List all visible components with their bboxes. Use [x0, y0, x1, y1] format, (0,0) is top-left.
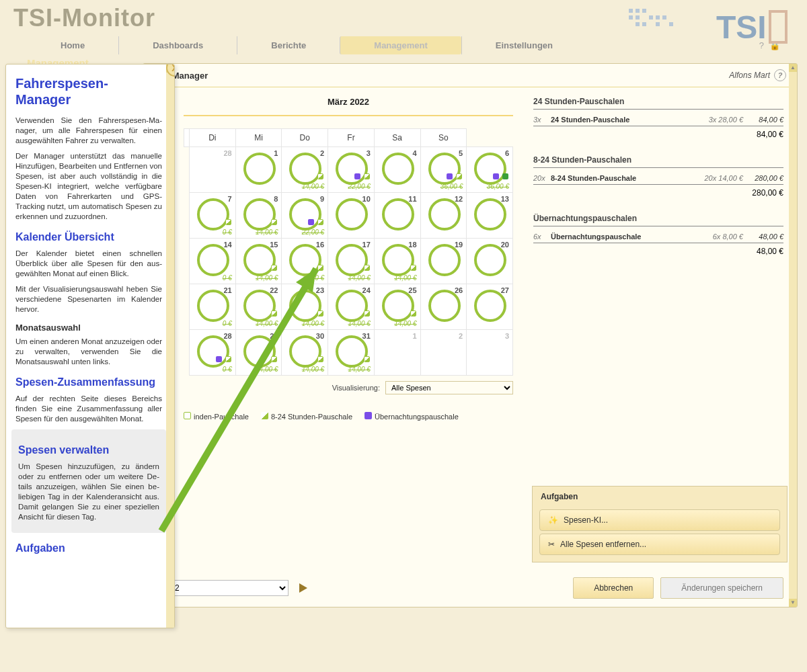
svg-rect-5 [649, 15, 653, 19]
dow-header: Sa [374, 129, 420, 147]
svg-rect-8 [636, 22, 640, 26]
calendar-day[interactable]: 2 [420, 330, 467, 376]
calendar-day[interactable]: 214,00 € [282, 147, 328, 193]
task-ai-button[interactable]: ✨Spesen-KI... [539, 509, 780, 531]
svg-rect-13 [770, 11, 786, 42]
help-heading: Spesen-Zusammenfassung [15, 376, 162, 388]
dow-header: Mi [235, 129, 282, 147]
help-heading: Aufgaben [15, 542, 162, 554]
scroll-down-icon[interactable]: ▼ [789, 599, 797, 607]
dow-header: Di [190, 129, 236, 147]
svg-rect-9 [642, 22, 646, 26]
viz-select[interactable]: Alle Spesen [385, 381, 513, 394]
help-text: Auf der rechten Seite dieses Bereichs fi… [15, 394, 162, 424]
nav-home[interactable]: Home [27, 36, 118, 54]
logo-icon: TSI [629, 3, 797, 50]
task-remove-button[interactable]: ✂Alle Spesen entfernen... [539, 534, 780, 555]
calendar-day[interactable]: 27 [467, 284, 513, 330]
calendar-day[interactable]: 280 € [190, 330, 236, 376]
cancel-button[interactable]: Abbrechen [573, 577, 654, 599]
help-heading: Kalender Übersicht [15, 231, 162, 243]
help-panel: X ▲ Fahrerspesen-Manager Verwenden Sie d… [5, 64, 175, 628]
calendar-grid: DiMiDoFrSaSo 281214,00 €322,00 €4536,00 … [184, 128, 513, 376]
calendar-day[interactable]: 1 [374, 330, 420, 376]
calendar-day[interactable]: 11 [374, 193, 420, 239]
calendar-day[interactable]: 20 [467, 239, 513, 284]
calendar-day[interactable]: 922,00 € [282, 193, 328, 239]
help-heading: Spesen verwalten [18, 444, 159, 456]
svg-rect-4 [636, 15, 640, 19]
calendar-day[interactable]: 210 € [190, 284, 236, 330]
calendar-day[interactable]: 2914,00 € [235, 330, 282, 376]
legend: inden-Pauschale8-24 Stunden-PauschaleÜbe… [184, 400, 513, 433]
calendar-day[interactable]: 3114,00 € [328, 330, 375, 376]
help-title: Fahrerspesen-Manager [15, 75, 162, 108]
svg-rect-0 [629, 9, 633, 13]
help-text: Verwenden Sie den Fahrerspesen-Ma­nager,… [15, 116, 162, 146]
dow-header: So [420, 129, 467, 147]
calendar-day[interactable]: 2414,00 € [328, 284, 375, 330]
next-month-icon[interactable] [299, 583, 307, 593]
calendar-day[interactable]: 28 [190, 147, 236, 193]
cross-icon: ✂ [548, 540, 555, 549]
help-icon[interactable]: ? [774, 69, 786, 81]
help-subheading: Monatsauswahl [15, 323, 162, 333]
calendar-day[interactable]: 26 [420, 284, 467, 330]
dow-header: Do [282, 129, 328, 147]
summary-section: 24 Stunden-Pauschalen 3x24 Stunden-Pausc… [533, 94, 783, 153]
calendar-day[interactable]: 1814,00 € [374, 239, 420, 284]
calendar-day[interactable]: 636,00 € [467, 147, 513, 193]
calendar-day[interactable]: 3 [467, 330, 513, 376]
nav-einstellungen[interactable]: Einstellungen [461, 36, 586, 54]
calendar-day[interactable]: 13 [467, 193, 513, 239]
viz-label: Visualisierung: [332, 384, 380, 392]
calendar-day[interactable]: 12 [420, 193, 467, 239]
nav-management[interactable]: Management [340, 36, 461, 54]
svg-rect-6 [656, 15, 660, 19]
help-text: Um Spesen hinzuzufügen, zu ändern oder z… [18, 462, 159, 522]
help-text: Der Manager unterstützt das manuelle Hin… [15, 151, 162, 222]
calendar-day[interactable]: 10 [328, 193, 375, 239]
calendar-day[interactable]: 1614,00 € [282, 239, 328, 284]
dow-header: Fr [328, 129, 375, 147]
svg-rect-2 [642, 9, 646, 13]
calendar-day[interactable]: 140 € [190, 239, 236, 284]
calendar-day[interactable]: 1514,00 € [235, 239, 282, 284]
footer-bar: 2022 Abbrechen Änderungen speichern [150, 577, 787, 599]
calendar-day[interactable]: 3014,00 € [282, 330, 328, 376]
calendar-day[interactable]: 2214,00 € [235, 284, 282, 330]
calendar-day[interactable]: 70 € [190, 193, 236, 239]
calendar-day[interactable]: 322,00 € [328, 147, 375, 193]
nav-berichte[interactable]: Berichte [237, 36, 340, 54]
tasks-panel: Aufgaben ✨Spesen-KI... ✂Alle Spesen entf… [532, 486, 787, 562]
summary-section: Übernachtungspauschalen 6xÜbernachtungsp… [533, 211, 783, 269]
svg-rect-11 [669, 22, 673, 26]
calendar-day[interactable]: 814,00 € [235, 193, 282, 239]
save-button[interactable]: Änderungen speichern [660, 577, 783, 599]
svg-rect-3 [629, 15, 633, 19]
nav-dashboards[interactable]: Dashboards [118, 36, 237, 54]
user-name: Alfons Mart [729, 71, 770, 80]
help-text: Mit der Visualisierungsauswahl heben Sie… [15, 284, 162, 314]
calendar-day[interactable]: 2514,00 € [374, 284, 420, 330]
sparkle-icon: ✨ [548, 515, 558, 525]
calendar-day[interactable]: 4 [374, 147, 420, 193]
tasks-title: Aufgaben [533, 487, 787, 507]
main-window: ▲▼ sen-Manager Alfons Mart? März 2022 Di… [143, 63, 798, 607]
month-label: März 2022 [184, 94, 513, 116]
help-text: Der Kalender bietet einen schnellen Über… [15, 249, 162, 279]
calendar-day[interactable]: 536,00 € [420, 147, 467, 193]
summary-section: 8-24 Stunden-Pauschalen 20x8-24 Stunden-… [533, 153, 783, 211]
scroll-up-icon[interactable]: ▲ [789, 64, 797, 72]
calendar-day[interactable]: 1 [235, 147, 282, 193]
svg-rect-10 [656, 22, 660, 26]
svg-rect-1 [636, 9, 640, 13]
svg-text:TSI: TSI [716, 9, 767, 45]
help-text: Um einen anderen Monat anzuzeigen oder z… [15, 337, 162, 367]
calendar-day[interactable]: 2314,00 € [282, 284, 328, 330]
calendar-day[interactable]: 19 [420, 239, 467, 284]
calendar-day[interactable]: 1714,00 € [328, 239, 375, 284]
svg-rect-7 [662, 15, 666, 19]
